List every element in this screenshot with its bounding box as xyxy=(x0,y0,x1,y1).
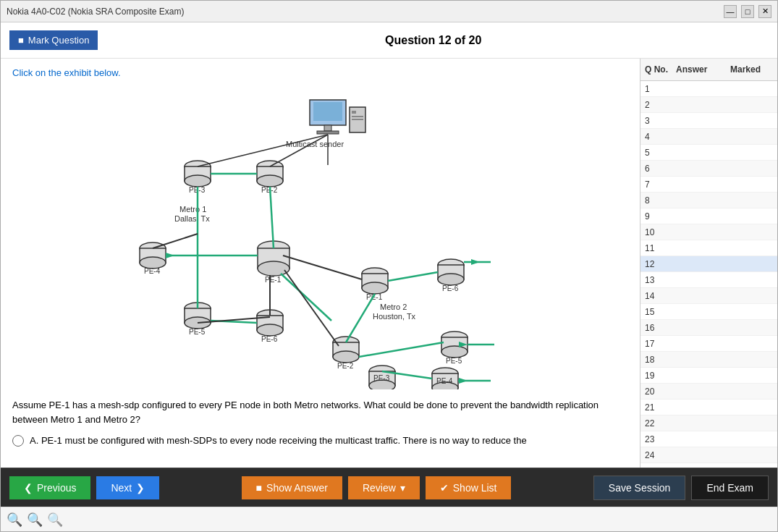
svg-text:Houston, Tx: Houston, Tx xyxy=(373,312,416,321)
table-row[interactable]: 20 xyxy=(640,384,777,400)
svg-text:PE-3: PE-3 xyxy=(373,374,390,382)
table-row[interactable]: 8 xyxy=(640,193,777,208)
radio-a[interactable] xyxy=(12,435,24,447)
right-panel: Q No. Answer Marked 12345678910111213141… xyxy=(640,59,777,468)
answer-option-a[interactable]: A. PE-1 must be configured with mesh-SDP… xyxy=(12,434,628,448)
svg-rect-7 xyxy=(352,116,363,117)
table-row[interactable]: 24 xyxy=(640,447,777,463)
table-row[interactable]: 3 xyxy=(640,113,777,129)
save-session-button[interactable]: Save Session xyxy=(593,476,686,500)
q-number: 24 xyxy=(640,449,673,462)
table-row[interactable]: 7 xyxy=(640,177,777,193)
nav-buttons: ❮ Previous Next ❯ xyxy=(9,476,159,499)
table-row[interactable]: 5 xyxy=(640,145,777,161)
previous-button[interactable]: ❮ Previous xyxy=(9,476,90,499)
svg-point-35 xyxy=(257,324,283,336)
show-list-button[interactable]: ✔ Show List xyxy=(426,476,512,499)
table-row[interactable]: 13 xyxy=(640,272,777,288)
zoom-in-button[interactable]: 🔍 xyxy=(7,512,22,528)
table-row[interactable]: 4 xyxy=(640,129,777,145)
q-answer-cell xyxy=(673,311,727,313)
q-number: 11 xyxy=(640,242,673,255)
close-button[interactable]: ✕ xyxy=(758,5,771,18)
table-row[interactable]: 14 xyxy=(640,288,777,304)
svg-rect-4 xyxy=(317,131,339,134)
q-marked-cell xyxy=(727,358,771,361)
table-row[interactable]: 9 xyxy=(640,208,777,224)
q-answer-cell xyxy=(673,199,727,202)
network-diagram[interactable]: Multicast sender PE-2 xyxy=(125,85,516,389)
q-number: 5 xyxy=(640,146,673,159)
zoom-out-button[interactable]: 🔍 xyxy=(47,512,63,528)
end-exam-button[interactable]: End Exam xyxy=(691,476,769,500)
question-list: 1234567891011121314151617181920212223242… xyxy=(640,81,777,468)
svg-text:PE-4: PE-4 xyxy=(436,377,453,385)
table-row[interactable]: 12 xyxy=(640,256,777,272)
window-controls: — □ ✕ xyxy=(724,5,771,18)
q-answer-cell xyxy=(673,326,727,329)
q-answer-cell xyxy=(673,358,727,361)
zoom-reset-icon: 🔍 xyxy=(27,512,43,527)
q-answer-cell xyxy=(673,135,727,138)
q-number: 7 xyxy=(640,178,673,191)
review-label: Review xyxy=(363,482,396,494)
bottom-toolbar: ❮ Previous Next ❯ ■ Show Answer Review ▾… xyxy=(1,468,777,507)
review-button[interactable]: Review ▾ xyxy=(348,476,420,499)
table-row[interactable]: 15 xyxy=(640,304,777,320)
q-answer-cell xyxy=(673,151,727,154)
q-marked-cell xyxy=(727,374,771,377)
q-number: 17 xyxy=(640,337,673,350)
end-exam-label: End Exam xyxy=(706,482,753,494)
q-answer-cell xyxy=(673,454,727,457)
mark-question-button[interactable]: ■ Mark Question xyxy=(9,30,98,50)
table-row[interactable]: 19 xyxy=(640,368,777,384)
q-answer-cell xyxy=(673,374,727,377)
prev-arrow-icon: ❮ xyxy=(24,482,33,494)
exhibit-container[interactable]: Multicast sender PE-2 xyxy=(12,85,628,389)
zoom-reset-button[interactable]: 🔍 xyxy=(27,512,43,528)
answer-a-text: A. PE-1 must be configured with mesh-SDP… xyxy=(30,434,527,448)
show-answer-button[interactable]: ■ Show Answer xyxy=(242,476,342,499)
svg-text:PE-5: PE-5 xyxy=(189,328,206,336)
window-title: Nokia 4A0-C02 (Nokia SRA Composite Exam) xyxy=(7,7,184,17)
svg-text:PE-1: PE-1 xyxy=(265,276,282,284)
svg-text:Dallas, Tx: Dallas, Tx xyxy=(174,214,210,223)
table-row[interactable]: 21 xyxy=(640,400,777,415)
svg-point-53 xyxy=(441,346,468,358)
q-marked-cell xyxy=(727,390,771,393)
table-row[interactable]: 11 xyxy=(640,240,777,256)
table-row[interactable]: 1 xyxy=(640,81,777,97)
svg-point-17 xyxy=(185,175,211,187)
mark-question-label: Mark Question xyxy=(28,35,90,46)
table-row[interactable]: 2 xyxy=(640,97,777,113)
q-answer-cell xyxy=(673,422,727,425)
table-row[interactable]: 22 xyxy=(640,415,777,431)
svg-text:Metro 1: Metro 1 xyxy=(179,205,206,214)
table-row[interactable]: 6 xyxy=(640,161,777,177)
previous-label: Previous xyxy=(37,482,76,494)
q-answer-cell xyxy=(673,263,727,266)
table-row[interactable]: 18 xyxy=(640,352,777,368)
table-row[interactable]: 16 xyxy=(640,320,777,336)
minimize-button[interactable]: — xyxy=(724,5,737,18)
svg-point-49 xyxy=(333,351,359,363)
table-row[interactable]: 10 xyxy=(640,224,777,240)
q-answer-cell xyxy=(673,167,727,170)
table-row[interactable]: 23 xyxy=(640,431,777,447)
q-number: 16 xyxy=(640,321,673,334)
q-marked-cell xyxy=(727,104,771,106)
table-row[interactable]: 17 xyxy=(640,336,777,352)
q-marked-cell xyxy=(727,422,771,425)
next-button[interactable]: Next ❯ xyxy=(96,476,159,499)
svg-point-23 xyxy=(258,261,289,276)
q-number: 23 xyxy=(640,433,673,446)
save-session-label: Save Session xyxy=(609,482,671,494)
svg-text:PE-6: PE-6 xyxy=(261,335,278,343)
q-answer-cell xyxy=(673,438,727,441)
question-body: Assume PE-1 has a mesh-sdp configured to… xyxy=(12,400,599,425)
maximize-button[interactable]: □ xyxy=(741,5,754,18)
q-answer-cell xyxy=(673,119,727,122)
q-answer-cell xyxy=(673,247,727,250)
q-marked-cell xyxy=(727,151,771,154)
q-marked-cell xyxy=(727,231,771,234)
